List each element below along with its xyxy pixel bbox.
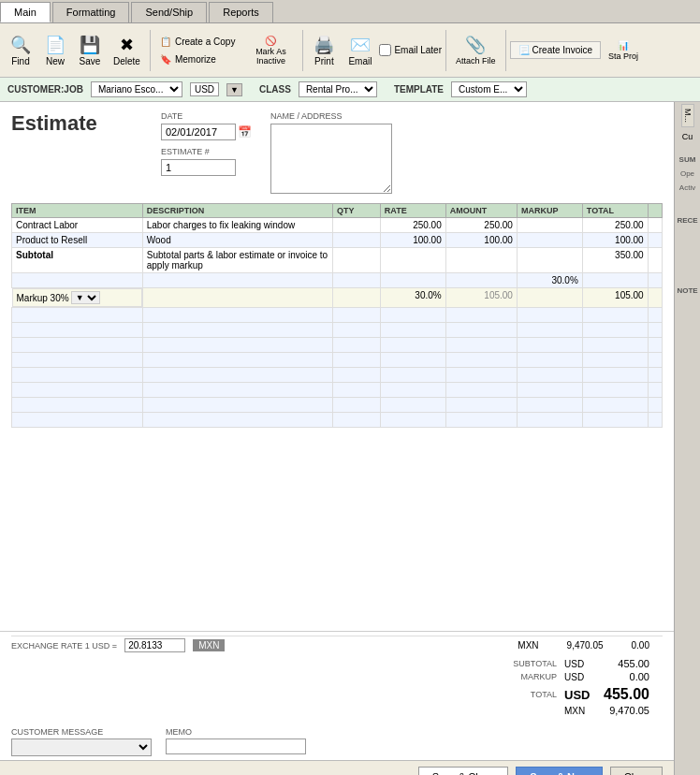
save-button[interactable]: 💾 Save <box>73 32 107 69</box>
sta-proj-button[interactable]: 📊 Sta Proj <box>603 37 644 64</box>
table-row <box>12 368 663 383</box>
total-cell: 350.00 <box>582 248 648 273</box>
find-button[interactable]: 🔍 Find <box>4 32 37 69</box>
name-address-input[interactable] <box>270 124 392 194</box>
markup-label: MARKUP <box>505 672 557 681</box>
customer-message-group: CUSTOMER MESSAGE <box>11 727 152 756</box>
amount-cell[interactable]: 100.00 <box>445 233 517 248</box>
email-button[interactable]: ✉️ Email <box>343 32 377 69</box>
sidebar-recent-label: RECE <box>676 214 698 227</box>
mxn-right-value: 0.00 <box>632 640 649 651</box>
print-button[interactable]: 🖨️ Print <box>307 32 341 69</box>
sidebar-m-tab[interactable]: M... <box>681 104 694 127</box>
totals-breakdown: SUBTOTAL USD 455.00 MARKUP USD 0.00 TOTA… <box>11 654 663 720</box>
markup-cell[interactable] <box>517 248 582 273</box>
email-later-checkbox[interactable] <box>379 44 391 56</box>
desc-cell[interactable] <box>142 288 332 308</box>
memorize-icon: 🔖 <box>160 54 171 65</box>
desc-cell[interactable]: Wood <box>142 233 332 248</box>
scroll-cell <box>648 218 662 233</box>
print-icon: 🖨️ <box>314 35 334 55</box>
table-row <box>12 383 663 398</box>
markup-dropdown[interactable]: ▼ <box>71 291 100 304</box>
markup-value: 0.00 <box>598 671 649 682</box>
estimate-num-input[interactable] <box>161 159 236 176</box>
col-header-total: TOTAL <box>582 204 648 218</box>
item-cell[interactable]: Product to Resell <box>12 233 143 248</box>
desc-cell[interactable]: Labor charges to fix leaking window <box>142 218 332 233</box>
amount-cell[interactable] <box>445 273 517 288</box>
calendar-icon[interactable]: 📅 <box>238 125 252 139</box>
amount-cell[interactable] <box>445 248 517 273</box>
customer-job-select[interactable]: Mariano Esco... <box>91 81 182 97</box>
memo-input[interactable] <box>166 738 306 754</box>
rate-cell[interactable]: 100.00 <box>380 233 445 248</box>
template-select[interactable]: Custom E... <box>451 81 527 97</box>
markup-cell[interactable]: 30.0% <box>517 273 582 288</box>
save-new-button[interactable]: Save & New <box>516 767 602 775</box>
form-fields: DATE 📅 ESTIMATE # NAME / ADDRESS <box>161 111 392 194</box>
attach-file-button[interactable]: 📎 Attach File <box>450 32 502 68</box>
item-cell[interactable]: Contract Labor <box>12 218 143 233</box>
amount-cell[interactable]: 105.00 <box>445 288 517 308</box>
memorize-button[interactable]: 🔖 Memorize <box>154 51 222 67</box>
total-cell: 100.00 <box>582 233 648 248</box>
save-close-button[interactable]: Save & Close <box>418 767 509 775</box>
exchange-rate-label: EXCHANGE RATE 1 USD = <box>11 641 117 651</box>
qty-cell[interactable] <box>333 273 381 288</box>
mxn-label: MXN <box>518 640 538 651</box>
table-row <box>12 323 663 338</box>
qty-cell[interactable] <box>333 248 381 273</box>
tab-main[interactable]: Main <box>0 2 51 22</box>
subtotal-row: SUBTOTAL USD 455.00 <box>505 658 649 669</box>
rate-cell[interactable] <box>380 273 445 288</box>
qty-cell[interactable] <box>333 218 381 233</box>
action-bar: Save & Close Save & New Clear <box>0 760 674 775</box>
total-mxn-value: 9,470.05 <box>598 705 649 716</box>
subtotal-value: 455.00 <box>598 658 649 669</box>
qty-cell[interactable] <box>333 233 381 248</box>
tab-formatting[interactable]: Formatting <box>52 2 130 22</box>
mark-as-inactive-button[interactable]: 🚫 Mark As Inactive <box>242 33 299 68</box>
markup-cell[interactable] <box>517 288 582 308</box>
tab-reports[interactable]: Reports <box>209 2 273 22</box>
rate-cell[interactable]: 30.0% <box>380 288 445 308</box>
date-input[interactable] <box>161 124 236 140</box>
tab-send-ship[interactable]: Send/Ship <box>131 2 207 22</box>
main-area: Estimate DATE 📅 ESTIMATE # NAME / ADDRES… <box>0 102 700 775</box>
clear-button[interactable]: Clear <box>610 767 663 775</box>
col-header-desc: DESCRIPTION <box>142 204 332 218</box>
customer-message-select[interactable] <box>11 738 152 756</box>
exchange-rate-input[interactable] <box>124 638 185 652</box>
desc-cell[interactable]: Subtotal parts & labor estimate or invoi… <box>142 248 332 273</box>
markup-cell[interactable] <box>517 218 582 233</box>
create-invoice-button[interactable]: 📃 Create Invoice <box>510 41 601 59</box>
total-cell: 250.00 <box>582 218 648 233</box>
table-row: Subtotal Subtotal parts & labor estimate… <box>12 248 663 273</box>
item-cell[interactable]: Subtotal <box>12 248 143 273</box>
date-label: DATE <box>161 111 252 121</box>
qty-cell[interactable] <box>333 288 381 308</box>
desc-cell[interactable] <box>142 273 332 288</box>
markup-cell[interactable] <box>517 233 582 248</box>
delete-button[interactable]: ✖ Delete <box>108 32 146 69</box>
create-copy-button[interactable]: 📋 Create a Copy <box>154 34 241 50</box>
scroll-cell <box>648 273 662 288</box>
item-cell[interactable]: Markup 30% ▼ <box>12 288 142 307</box>
currency-badge: USD <box>190 82 219 96</box>
new-button[interactable]: 📄 New <box>38 32 72 69</box>
memo-group: MEMO <box>166 727 663 756</box>
rate-cell[interactable]: 250.00 <box>380 218 445 233</box>
amount-cell[interactable]: 250.00 <box>445 218 517 233</box>
rate-cell[interactable] <box>380 248 445 273</box>
class-select[interactable]: Rental Pro... <box>299 81 377 97</box>
estimate-title: Estimate <box>11 111 124 136</box>
total-row: TOTAL USD 455.00 <box>505 686 649 703</box>
markup-currency: USD <box>564 672 591 682</box>
item-cell[interactable] <box>12 273 143 288</box>
form-area: Estimate DATE 📅 ESTIMATE # NAME / ADDRES… <box>0 102 674 775</box>
sidebar-open-label: Ope <box>679 168 695 180</box>
email-icon: ✉️ <box>350 35 371 55</box>
currency-dropdown[interactable]: ▼ <box>226 83 242 96</box>
sidebar-cu-tab[interactable]: Cu <box>681 129 694 144</box>
